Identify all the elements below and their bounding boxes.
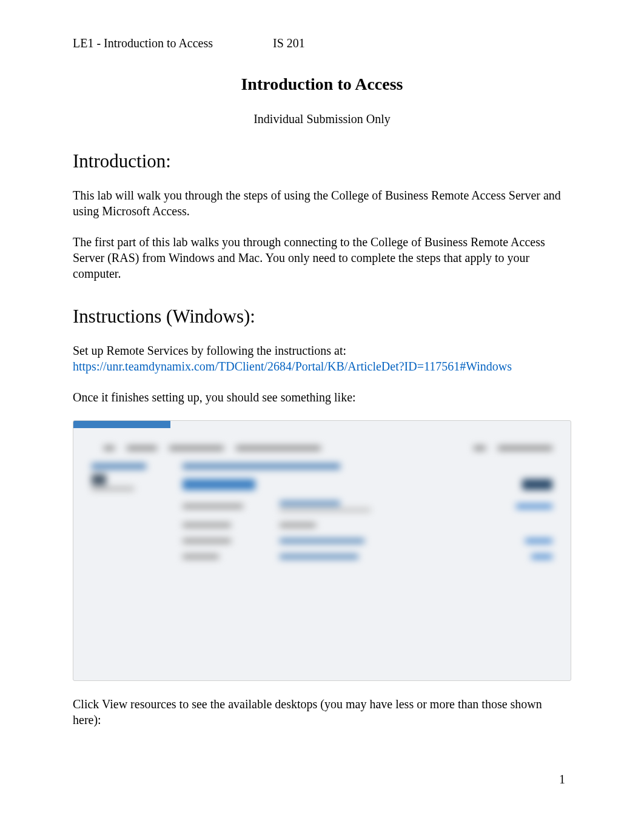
intro-paragraph-2: The first part of this lab walks you thr…: [73, 234, 571, 281]
instructions-line-3: Click View resources to see the availabl…: [73, 696, 571, 728]
section-heading-instructions-windows: Instructions (Windows):: [73, 306, 571, 327]
document-subtitle: Individual Submission Only: [73, 112, 571, 126]
header-right-text: IS 201: [273, 36, 571, 50]
document-title: Introduction to Access: [73, 75, 571, 94]
page-number: 1: [559, 773, 565, 786]
document-header: LE1 - Introduction to Access IS 201: [73, 36, 571, 50]
teamdynamix-link[interactable]: https://unr.teamdynamix.com/TDClient/268…: [73, 360, 512, 373]
instructions-line-1: Set up Remote Services by following the …: [73, 343, 571, 358]
instructions-link-wrapper: https://unr.teamdynamix.com/TDClient/268…: [73, 358, 571, 374]
header-left-text: LE1 - Introduction to Access: [73, 36, 273, 50]
section-heading-introduction: Introduction:: [73, 150, 571, 172]
remote-services-screenshot: [73, 420, 571, 681]
instructions-line-2: Once it finishes setting up, you should …: [73, 389, 571, 405]
intro-paragraph-1: This lab will walk you through the steps…: [73, 187, 571, 219]
